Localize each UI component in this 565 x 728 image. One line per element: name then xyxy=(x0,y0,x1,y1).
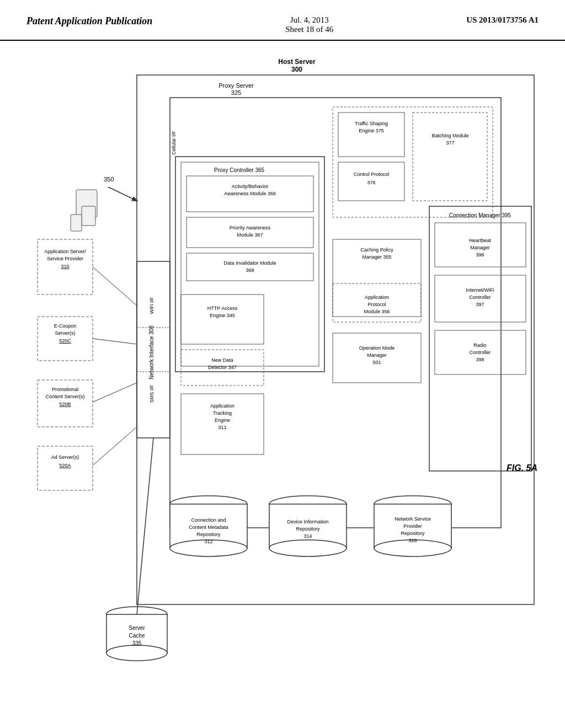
svg-text:Module 356: Module 356 xyxy=(364,309,390,314)
svg-text:Cache: Cache xyxy=(129,633,145,639)
svg-text:Detector 347: Detector 347 xyxy=(208,365,237,370)
svg-text:Operation Mode: Operation Mode xyxy=(359,345,395,351)
svg-text:520A: 520A xyxy=(59,463,71,468)
svg-text:Tracking: Tracking xyxy=(213,410,232,416)
svg-text:Server: Server xyxy=(129,625,145,631)
svg-text:Connection Manager 395: Connection Manager 395 xyxy=(449,212,511,218)
svg-line-14 xyxy=(108,187,137,201)
svg-rect-77 xyxy=(333,333,421,383)
svg-text:Internet/WiFi: Internet/WiFi xyxy=(466,287,494,293)
svg-text:Proxy Server: Proxy Server xyxy=(218,82,254,89)
svg-text:Proxy Controller 365: Proxy Controller 365 xyxy=(214,167,265,173)
svg-text:310: 310 xyxy=(61,264,69,269)
patent-number: US 2013/0173756 A1 xyxy=(466,15,539,25)
svg-text:520B: 520B xyxy=(59,402,71,407)
svg-line-36 xyxy=(93,427,137,465)
svg-text:New Data: New Data xyxy=(211,357,233,363)
svg-text:Network Interface 308: Network Interface 308 xyxy=(148,325,154,379)
svg-rect-59 xyxy=(181,295,264,344)
svg-text:Data Invalidator Module: Data Invalidator Module xyxy=(223,260,276,266)
svg-text:Server(s): Server(s) xyxy=(55,330,75,336)
svg-rect-56 xyxy=(413,113,487,201)
svg-text:Application: Application xyxy=(210,403,234,409)
svg-text:Host Server: Host Server xyxy=(278,58,316,66)
svg-text:Engine 345: Engine 345 xyxy=(210,313,235,318)
svg-text:311: 311 xyxy=(218,425,226,430)
svg-text:Connection and: Connection and xyxy=(191,517,226,523)
svg-text:Controller: Controller xyxy=(469,350,491,355)
svg-text:SMS I/F: SMS I/F xyxy=(149,384,154,403)
svg-text:335: 335 xyxy=(132,640,142,646)
sheet-info: Sheet 18 of 46 xyxy=(285,25,333,34)
svg-text:Repository: Repository xyxy=(196,532,221,537)
svg-text:Network Service: Network Service xyxy=(395,516,431,522)
svg-text:Batching Module: Batching Module xyxy=(431,133,468,138)
svg-rect-33 xyxy=(38,446,93,490)
svg-text:Engine 375: Engine 375 xyxy=(359,128,384,133)
svg-text:Module 367: Module 367 xyxy=(237,232,263,238)
svg-text:Radio: Radio xyxy=(473,342,487,348)
svg-text:Content Metadata: Content Metadata xyxy=(189,524,228,530)
svg-text:398: 398 xyxy=(476,357,484,362)
svg-rect-16 xyxy=(82,206,95,226)
svg-text:Controller: Controller xyxy=(469,295,491,300)
svg-text:350: 350 xyxy=(104,176,114,183)
svg-text:Cellular I/F: Cellular I/F xyxy=(171,131,177,155)
svg-text:300: 300 xyxy=(291,66,302,73)
svg-text:WiFi I/F: WiFi I/F xyxy=(149,297,154,314)
svg-line-32 xyxy=(93,383,137,402)
svg-text:397: 397 xyxy=(476,302,484,307)
main-content: Host Server 300 Proxy Server 325 Network… xyxy=(0,41,565,719)
svg-text:376: 376 xyxy=(367,180,375,185)
svg-text:520C: 520C xyxy=(59,338,71,344)
svg-text:Application Server/: Application Server/ xyxy=(44,249,86,254)
svg-text:Awareness Module 366: Awareness Module 366 xyxy=(224,191,276,196)
svg-text:FIG. 5A: FIG. 5A xyxy=(507,463,537,473)
svg-rect-46 xyxy=(186,253,313,281)
svg-text:377: 377 xyxy=(446,140,454,146)
svg-text:Repository: Repository xyxy=(401,531,425,536)
svg-text:Provider: Provider xyxy=(403,523,422,529)
page-header: Patent Application Publication Jul. 4, 2… xyxy=(0,0,565,41)
svg-text:Manager 355: Manager 355 xyxy=(362,254,391,260)
svg-text:E-Coupon: E-Coupon xyxy=(54,323,77,329)
svg-rect-17 xyxy=(71,215,82,231)
svg-text:501: 501 xyxy=(372,360,381,365)
svg-text:Traffic Shaping: Traffic Shaping xyxy=(355,121,388,126)
svg-text:Control Protocol: Control Protocol xyxy=(354,172,390,177)
svg-point-104 xyxy=(269,540,347,556)
svg-text:Content Server(s): Content Server(s) xyxy=(45,394,84,399)
svg-text:325: 325 xyxy=(231,89,241,96)
svg-text:Heartbeat: Heartbeat xyxy=(469,238,491,243)
svg-text:Priority Awareness: Priority Awareness xyxy=(230,225,271,231)
svg-text:Protocol: Protocol xyxy=(367,302,386,307)
svg-rect-50 xyxy=(338,113,404,157)
svg-point-117 xyxy=(106,645,167,661)
svg-text:Manager: Manager xyxy=(470,245,490,250)
svg-text:Activity/Behavior: Activity/Behavior xyxy=(232,184,269,189)
svg-text:Application: Application xyxy=(365,295,389,300)
header-center: Jul. 4, 2013 Sheet 18 of 46 xyxy=(285,15,333,34)
svg-text:Engine: Engine xyxy=(215,417,230,423)
date: Jul. 4, 2013 xyxy=(285,15,333,25)
svg-text:368: 368 xyxy=(246,267,254,273)
svg-text:Device Information: Device Information xyxy=(287,519,328,524)
svg-text:Promotional: Promotional xyxy=(52,387,78,392)
svg-line-121 xyxy=(137,438,153,614)
svg-text:314: 314 xyxy=(303,533,312,539)
svg-text:312: 312 xyxy=(204,539,212,544)
svg-text:396: 396 xyxy=(476,252,484,258)
svg-line-22 xyxy=(93,267,137,306)
svg-text:316: 316 xyxy=(408,538,417,543)
publication-title: Patent Application Publication xyxy=(26,15,152,27)
svg-line-27 xyxy=(93,339,137,344)
svg-text:HTTP Access: HTTP Access xyxy=(207,306,238,311)
svg-text:Repository: Repository xyxy=(296,526,320,532)
svg-text:Manager: Manager xyxy=(367,352,387,358)
diagram: Host Server 300 Proxy Server 325 Network… xyxy=(26,52,539,708)
svg-text:Caching Policy: Caching Policy xyxy=(360,247,393,253)
svg-text:Ad Server(s): Ad Server(s) xyxy=(51,454,79,460)
svg-text:Service Provider: Service Provider xyxy=(47,256,83,261)
